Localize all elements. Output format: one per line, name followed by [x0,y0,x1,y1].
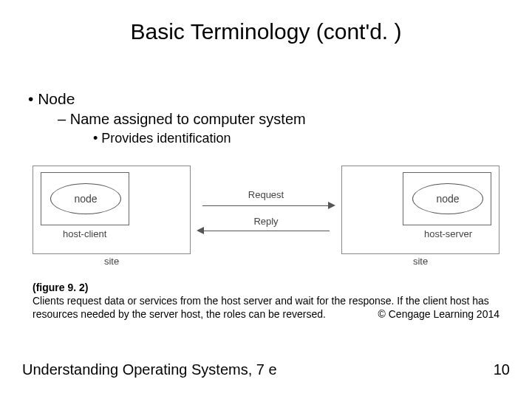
arrow-left-icon [197,227,204,234]
host-label-right: host-server [424,228,472,239]
slide: Basic Terminology (cont'd. ) Node Name a… [0,0,532,399]
figure-caption: (figure 9. 2) Clients request data or se… [33,281,499,321]
bullet-list: Node Name assigned to computer system Pr… [22,89,510,148]
bullet-level2: Name assigned to computer system [58,109,510,129]
figure-diagram: node host-client site node host-server s… [33,166,499,269]
site-box-left: node host-client [33,166,191,254]
node-ellipse-left: node [50,183,121,214]
node-ellipse-right: node [412,183,483,214]
site-label-right: site [341,256,499,267]
host-label-left: host-client [63,228,106,239]
reply-arrow-line [202,231,330,231]
arrow-right-icon [328,202,335,209]
reply-label: Reply [191,216,341,227]
bullet-level3: Provides identification [93,129,510,147]
bullet-level1: Node [28,89,510,109]
footer-book-title: Understanding Operating Systems, 7 e [22,361,277,378]
node-box-right: node [403,172,491,225]
arrows-area: Request Reply [191,189,341,241]
node-box-left: node [41,172,129,225]
request-arrow-line [202,205,330,206]
slide-title: Basic Terminology (cont'd. ) [0,19,532,44]
page-number: 10 [494,361,510,378]
figure-ref: (figure 9. 2) [33,282,88,293]
request-label: Request [191,189,341,200]
copyright-text: © Cengage Learning 2014 [378,307,499,321]
site-box-right: node host-server [341,166,499,254]
site-label-left: site [33,256,191,267]
